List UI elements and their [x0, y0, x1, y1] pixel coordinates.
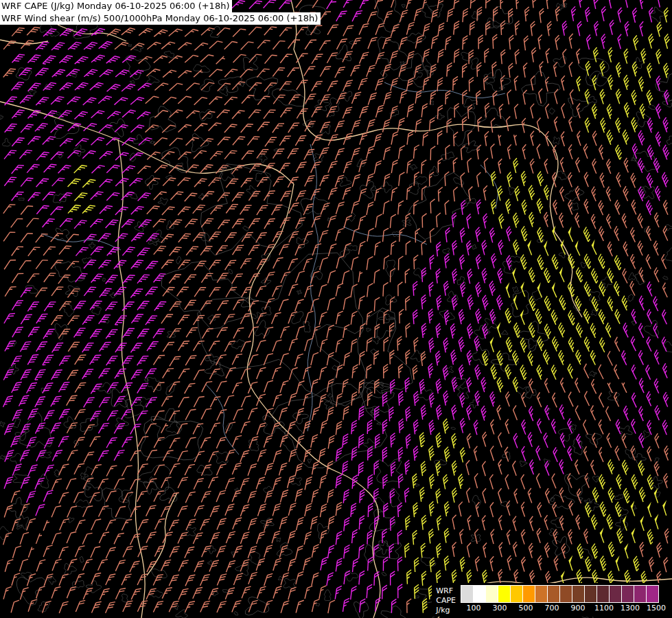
wrf-map-page: { "header": { "line1": "WRF CAPE (J/kg) …: [0, 0, 672, 618]
legend-color-box: [609, 585, 622, 603]
map-title-block: WRF CAPE (J/kg) Monday 06-10-2025 06:00 …: [0, 0, 321, 25]
legend-color-box: [572, 585, 585, 603]
legend-color-box: [498, 585, 511, 603]
legend-tick-label: 1100: [594, 604, 614, 613]
map-canvas: [0, 0, 672, 618]
legend-tick-label: 300: [493, 604, 507, 613]
legend-tick-label: 100: [467, 604, 481, 613]
legend-color-box: [461, 585, 474, 603]
legend-color-box: [522, 585, 535, 603]
legend-color-box: [510, 585, 523, 603]
legend-color-box: [473, 585, 486, 603]
legend-tick-labels: 100300500700900110013001500: [461, 603, 669, 613]
legend-tick-label: 700: [545, 604, 559, 613]
legend-color-box: [584, 585, 597, 603]
legend-tick-label: 1300: [621, 604, 640, 613]
legend-units-label: J/kg: [436, 606, 456, 615]
legend-tick-label: 500: [519, 604, 533, 613]
legend-color-box: [485, 585, 498, 603]
legend-tick-label: 900: [571, 604, 586, 613]
legend-variable-label: CAPE: [436, 596, 456, 606]
shear-title-line: WRF Wind shear (m/s) 500/1000hPa Monday …: [0, 12, 321, 25]
cape-title-line: WRF CAPE (J/kg) Monday 06-10-2025 06:00 …: [0, 0, 232, 12]
legend-color-box: [596, 585, 610, 603]
legend-scale: 100300500700900110013001500: [461, 585, 669, 613]
legend-color-scale: [461, 585, 669, 603]
legend-color-box: [559, 585, 572, 603]
legend-model-label: WRF: [436, 586, 456, 596]
cape-legend: WRF CAPE J/kg 10030050070090011001300150…: [432, 583, 671, 617]
legend-color-box: [646, 585, 659, 603]
legend-tick-label: 1500: [647, 604, 666, 613]
legend-color-box: [634, 585, 647, 603]
legend-color-box: [535, 585, 548, 603]
legend-color-box: [621, 585, 634, 603]
legend-label-block: WRF CAPE J/kg: [436, 585, 456, 615]
legend-color-box: [547, 585, 560, 603]
